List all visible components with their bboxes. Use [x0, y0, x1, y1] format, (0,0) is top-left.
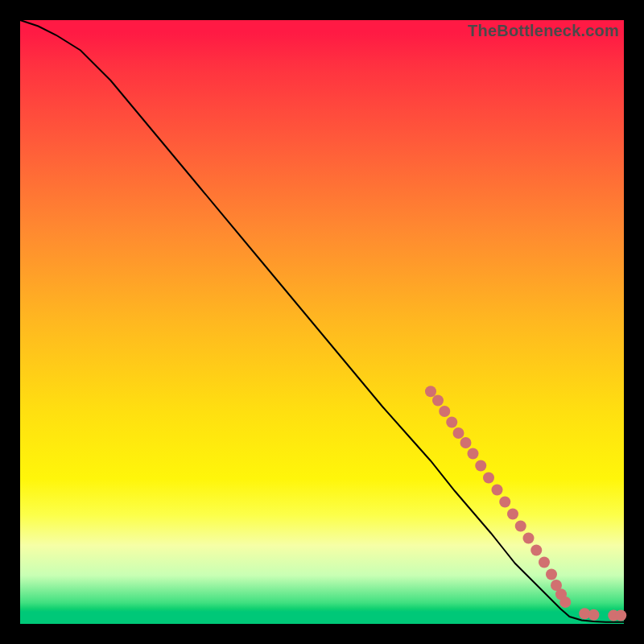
data-point: [492, 485, 503, 496]
data-point: [468, 448, 479, 460]
data-point: [615, 610, 626, 621]
data-point: [507, 509, 518, 520]
data-point: [483, 473, 494, 484]
data-point: [546, 569, 557, 580]
data-point: [588, 609, 600, 621]
data-point: [523, 533, 535, 544]
data-points-group: [425, 386, 626, 621]
bottleneck-curve: [20, 20, 624, 622]
data-point: [515, 521, 526, 532]
data-point: [559, 597, 571, 608]
data-point: [439, 406, 450, 417]
chart-svg: [20, 20, 624, 624]
data-point: [460, 437, 472, 448]
data-point: [425, 386, 436, 397]
data-point: [530, 545, 542, 556]
data-point: [446, 417, 457, 428]
data-point: [499, 497, 510, 508]
data-point: [453, 427, 464, 439]
data-point: [539, 557, 550, 568]
data-point: [432, 395, 444, 407]
chart-frame: TheBottleneck.com: [0, 0, 644, 644]
data-point: [475, 460, 486, 472]
plot-area: TheBottleneck.com: [20, 20, 624, 624]
